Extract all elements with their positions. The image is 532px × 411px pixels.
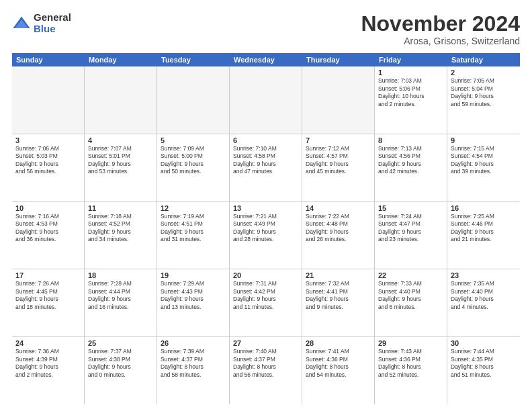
day-number: 30 — [451, 339, 517, 347]
header: General Blue November 2024 Arosa, Grison… — [12, 12, 520, 46]
cell-info: Sunrise: 7:40 AM Sunset: 4:37 PM Dayligh… — [233, 348, 298, 379]
day-number: 26 — [161, 339, 226, 347]
cell-info: Sunrise: 7:43 AM Sunset: 4:36 PM Dayligh… — [378, 348, 443, 379]
logo-general: General — [34, 12, 71, 24]
title-block: November 2024 Arosa, Grisons, Switzerlan… — [361, 12, 520, 46]
calendar-cell-empty-0-1 — [85, 66, 157, 134]
cell-info: Sunrise: 7:31 AM Sunset: 4:42 PM Dayligh… — [233, 280, 298, 311]
calendar-row-2: 10Sunrise: 7:16 AM Sunset: 4:53 PM Dayli… — [12, 202, 520, 270]
calendar-cell-16: 16Sunrise: 7:25 AM Sunset: 4:46 PM Dayli… — [447, 202, 520, 269]
calendar-row-4: 24Sunrise: 7:36 AM Sunset: 4:39 PM Dayli… — [12, 337, 520, 404]
calendar-header: SundayMondayTuesdayWednesdayThursdayFrid… — [12, 53, 520, 66]
day-number: 3 — [15, 136, 81, 144]
calendar-cell-28: 28Sunrise: 7:41 AM Sunset: 4:36 PM Dayli… — [302, 337, 375, 404]
calendar-cell-25: 25Sunrise: 7:37 AM Sunset: 4:38 PM Dayli… — [85, 337, 157, 404]
day-number: 17 — [15, 271, 81, 279]
calendar-cell-5: 5Sunrise: 7:09 AM Sunset: 5:00 PM Daylig… — [157, 134, 230, 201]
day-number: 2 — [451, 68, 517, 77]
calendar-cell-empty-0-4 — [302, 66, 375, 134]
cell-info: Sunrise: 7:19 AM Sunset: 4:51 PM Dayligh… — [161, 213, 226, 244]
calendar-row-0: 1Sunrise: 7:03 AM Sunset: 5:06 PM Daylig… — [12, 66, 520, 134]
cell-info: Sunrise: 7:26 AM Sunset: 4:45 PM Dayligh… — [15, 280, 81, 311]
calendar-cell-2: 2Sunrise: 7:05 AM Sunset: 5:04 PM Daylig… — [447, 66, 520, 134]
calendar-cell-6: 6Sunrise: 7:10 AM Sunset: 4:58 PM Daylig… — [230, 134, 302, 201]
calendar-cell-15: 15Sunrise: 7:24 AM Sunset: 4:47 PM Dayli… — [375, 202, 447, 269]
cell-info: Sunrise: 7:32 AM Sunset: 4:41 PM Dayligh… — [306, 280, 371, 311]
calendar-cell-29: 29Sunrise: 7:43 AM Sunset: 4:36 PM Dayli… — [375, 337, 447, 404]
header-day-wednesday: Wednesday — [230, 53, 302, 66]
cell-info: Sunrise: 7:10 AM Sunset: 4:58 PM Dayligh… — [233, 145, 298, 176]
cell-info: Sunrise: 7:33 AM Sunset: 4:40 PM Dayligh… — [378, 280, 443, 311]
day-number: 28 — [306, 339, 371, 347]
day-number: 12 — [161, 204, 226, 212]
calendar-cell-10: 10Sunrise: 7:16 AM Sunset: 4:53 PM Dayli… — [12, 202, 85, 269]
day-number: 27 — [233, 339, 298, 347]
day-number: 23 — [451, 271, 517, 279]
calendar-cell-empty-0-0 — [12, 66, 85, 134]
day-number: 19 — [161, 271, 226, 279]
day-number: 25 — [88, 339, 153, 347]
day-number: 6 — [233, 136, 298, 144]
header-day-friday: Friday — [375, 53, 447, 66]
cell-info: Sunrise: 7:09 AM Sunset: 5:00 PM Dayligh… — [161, 145, 226, 176]
calendar-cell-4: 4Sunrise: 7:07 AM Sunset: 5:01 PM Daylig… — [85, 134, 157, 201]
cell-info: Sunrise: 7:06 AM Sunset: 5:03 PM Dayligh… — [15, 145, 81, 176]
cell-info: Sunrise: 7:07 AM Sunset: 5:01 PM Dayligh… — [88, 145, 153, 176]
cell-info: Sunrise: 7:24 AM Sunset: 4:47 PM Dayligh… — [378, 213, 443, 244]
cell-info: Sunrise: 7:22 AM Sunset: 4:48 PM Dayligh… — [306, 213, 371, 244]
calendar-cell-3: 3Sunrise: 7:06 AM Sunset: 5:03 PM Daylig… — [12, 134, 85, 201]
cell-info: Sunrise: 7:16 AM Sunset: 4:53 PM Dayligh… — [15, 213, 81, 244]
day-number: 18 — [88, 271, 153, 279]
calendar-row-3: 17Sunrise: 7:26 AM Sunset: 4:45 PM Dayli… — [12, 269, 520, 337]
cell-info: Sunrise: 7:03 AM Sunset: 5:06 PM Dayligh… — [378, 77, 443, 108]
calendar-cell-22: 22Sunrise: 7:33 AM Sunset: 4:40 PM Dayli… — [375, 269, 447, 336]
day-number: 14 — [306, 204, 371, 212]
cell-info: Sunrise: 7:13 AM Sunset: 4:56 PM Dayligh… — [378, 145, 443, 176]
calendar-cell-1: 1Sunrise: 7:03 AM Sunset: 5:06 PM Daylig… — [375, 66, 447, 134]
calendar-cell-20: 20Sunrise: 7:31 AM Sunset: 4:42 PM Dayli… — [230, 269, 302, 336]
header-day-saturday: Saturday — [447, 53, 520, 66]
day-number: 20 — [233, 271, 298, 279]
header-day-tuesday: Tuesday — [157, 53, 230, 66]
calendar-cell-8: 8Sunrise: 7:13 AM Sunset: 4:56 PM Daylig… — [375, 134, 447, 201]
cell-info: Sunrise: 7:35 AM Sunset: 4:40 PM Dayligh… — [451, 280, 517, 311]
day-number: 15 — [378, 204, 443, 212]
day-number: 5 — [161, 136, 226, 144]
calendar-cell-27: 27Sunrise: 7:40 AM Sunset: 4:37 PM Dayli… — [230, 337, 302, 404]
calendar-cell-14: 14Sunrise: 7:22 AM Sunset: 4:48 PM Dayli… — [302, 202, 375, 269]
day-number: 13 — [233, 204, 298, 212]
day-number: 8 — [378, 136, 443, 144]
day-number: 21 — [306, 271, 371, 279]
cell-info: Sunrise: 7:41 AM Sunset: 4:36 PM Dayligh… — [306, 348, 371, 379]
day-number: 10 — [15, 204, 81, 212]
calendar: SundayMondayTuesdayWednesdayThursdayFrid… — [12, 53, 520, 404]
calendar-cell-30: 30Sunrise: 7:44 AM Sunset: 4:35 PM Dayli… — [447, 337, 520, 404]
cell-info: Sunrise: 7:36 AM Sunset: 4:39 PM Dayligh… — [15, 348, 81, 379]
day-number: 24 — [15, 339, 81, 347]
header-day-sunday: Sunday — [12, 53, 85, 66]
calendar-cell-17: 17Sunrise: 7:26 AM Sunset: 4:45 PM Dayli… — [12, 269, 85, 336]
calendar-cell-19: 19Sunrise: 7:29 AM Sunset: 4:43 PM Dayli… — [157, 269, 230, 336]
cell-info: Sunrise: 7:05 AM Sunset: 5:04 PM Dayligh… — [451, 77, 517, 108]
calendar-row-1: 3Sunrise: 7:06 AM Sunset: 5:03 PM Daylig… — [12, 134, 520, 202]
cell-info: Sunrise: 7:39 AM Sunset: 4:37 PM Dayligh… — [161, 348, 226, 379]
calendar-cell-empty-0-2 — [157, 66, 230, 134]
header-day-monday: Monday — [85, 53, 157, 66]
logo-blue: Blue — [34, 24, 71, 35]
calendar-cell-13: 13Sunrise: 7:21 AM Sunset: 4:49 PM Dayli… — [230, 202, 302, 269]
header-day-thursday: Thursday — [302, 53, 375, 66]
location: Arosa, Grisons, Switzerland — [361, 36, 520, 46]
calendar-body: 1Sunrise: 7:03 AM Sunset: 5:06 PM Daylig… — [12, 66, 520, 404]
cell-info: Sunrise: 7:25 AM Sunset: 4:46 PM Dayligh… — [451, 213, 517, 244]
calendar-cell-23: 23Sunrise: 7:35 AM Sunset: 4:40 PM Dayli… — [447, 269, 520, 336]
calendar-cell-24: 24Sunrise: 7:36 AM Sunset: 4:39 PM Dayli… — [12, 337, 85, 404]
page: General Blue November 2024 Arosa, Grison… — [0, 0, 532, 411]
month-title: November 2024 — [361, 12, 520, 36]
calendar-cell-9: 9Sunrise: 7:15 AM Sunset: 4:54 PM Daylig… — [447, 134, 520, 201]
day-number: 11 — [88, 204, 153, 212]
day-number: 9 — [451, 136, 517, 144]
day-number: 16 — [451, 204, 517, 212]
cell-info: Sunrise: 7:18 AM Sunset: 4:52 PM Dayligh… — [88, 213, 153, 244]
calendar-cell-11: 11Sunrise: 7:18 AM Sunset: 4:52 PM Dayli… — [85, 202, 157, 269]
calendar-cell-7: 7Sunrise: 7:12 AM Sunset: 4:57 PM Daylig… — [302, 134, 375, 201]
